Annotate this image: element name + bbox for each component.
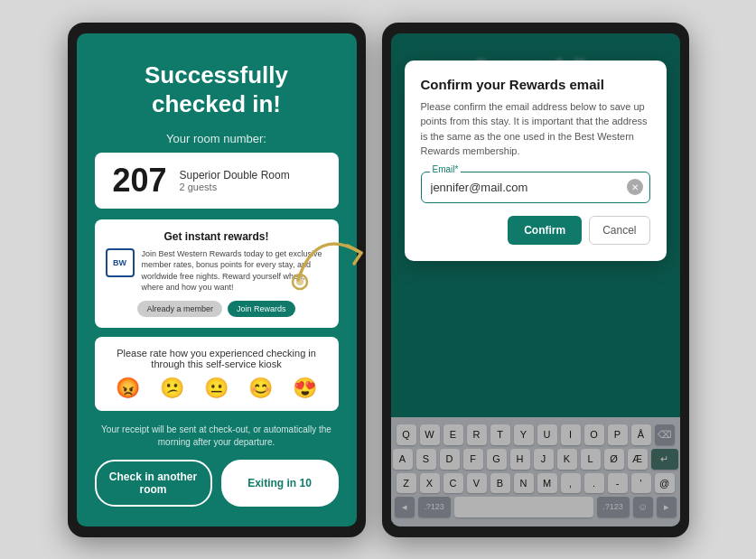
- right-screen: Successfullychecked in! Confirm your Rew…: [391, 33, 680, 526]
- check-in-another-button[interactable]: Check in another room: [95, 460, 212, 507]
- room-label: Your room number:: [166, 132, 266, 145]
- cancel-button[interactable]: Cancel: [589, 216, 649, 245]
- clear-email-button[interactable]: ✕: [627, 179, 643, 195]
- confirm-button[interactable]: Confirm: [508, 216, 582, 245]
- svg-point-1: [296, 278, 303, 285]
- emoji-1[interactable]: 😡: [116, 377, 140, 400]
- already-member-button[interactable]: Already a member: [137, 301, 222, 317]
- room-guests: 2 guests: [180, 182, 290, 192]
- scene: Successfully checked in! Your room numbe…: [0, 0, 756, 559]
- email-label: Email*: [430, 164, 462, 174]
- receipt-text: Your receipt will be sent at check-out, …: [95, 424, 339, 449]
- room-type: Superior Double Room: [180, 169, 290, 182]
- modal-desc: Please confirm the email address below t…: [421, 99, 650, 159]
- bottom-buttons: Check in another room Exiting in 10: [95, 460, 339, 507]
- email-input[interactable]: [421, 172, 650, 203]
- modal-title: Confirm your Rewards email: [421, 77, 650, 92]
- success-title: Successfully checked in!: [95, 61, 339, 119]
- email-input-group: Email* ✕: [421, 172, 650, 203]
- rating-card: Please rate how you experienced checking…: [95, 337, 339, 411]
- emoji-4[interactable]: 😊: [248, 377, 273, 400]
- modal-actions: Confirm Cancel: [421, 216, 650, 245]
- room-number: 207: [113, 162, 167, 200]
- room-desc: Superior Double Room 2 guests: [180, 169, 290, 192]
- arrow-icon: [280, 208, 388, 316]
- emoji-row: 😡 😕 😐 😊 😍: [106, 377, 328, 400]
- right-tablet: Successfullychecked in! Confirm your Rew…: [382, 23, 689, 537]
- exiting-button[interactable]: Exiting in 10: [221, 460, 339, 507]
- emoji-5[interactable]: 😍: [293, 377, 317, 400]
- bw-logo: BW: [106, 248, 135, 277]
- modal-overlay: Confirm your Rewards email Please confir…: [391, 33, 680, 526]
- emoji-3[interactable]: 😐: [204, 377, 229, 400]
- room-box: 207 Superior Double Room 2 guests: [95, 153, 339, 209]
- rating-text: Please rate how you experienced checking…: [106, 348, 328, 369]
- emoji-2[interactable]: 😕: [160, 377, 184, 400]
- rewards-email-modal: Confirm your Rewards email Please confir…: [405, 61, 667, 261]
